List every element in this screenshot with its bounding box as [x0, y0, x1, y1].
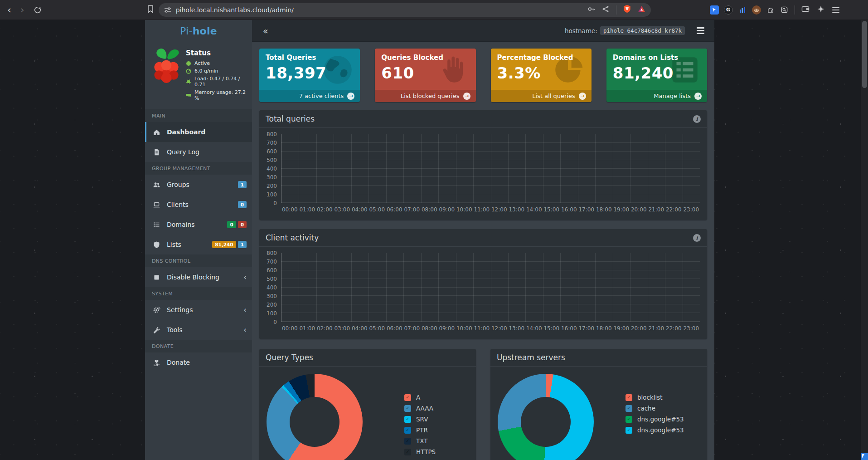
panel-header: Query Types	[259, 349, 476, 367]
sidebar-item-label: Query Log	[167, 148, 199, 156]
extension-icon-2[interactable]: G	[724, 5, 733, 15]
legend-item-a[interactable]: ✓ A	[404, 394, 436, 401]
reload-icon[interactable]	[34, 6, 42, 14]
site-settings-icon[interactable]	[164, 6, 171, 14]
main-area: « hostname: pihole-64c7846c8d-kr87k Tota…	[252, 20, 714, 460]
pihole-logo[interactable]: Pi-hole	[145, 20, 252, 42]
scrollbar-thumb[interactable]	[862, 21, 867, 88]
legend-item-cache[interactable]: ✓ cache	[626, 405, 684, 412]
x-axis: 00:0001:0002:0003:0004:0005:0006:0007:00…	[281, 203, 700, 213]
page-menu-icon[interactable]	[693, 25, 708, 36]
sidebar-item-query-log[interactable]: Query Log	[145, 142, 252, 162]
legend-checkbox[interactable]: ✓	[626, 416, 632, 423]
menu-section-main: MAIN	[145, 109, 252, 122]
legend-item-ptr[interactable]: ✓ PTR	[404, 426, 436, 434]
card-title: Domains on Lists	[606, 49, 707, 62]
sidebar-item-settings[interactable]: Settings ‹	[145, 300, 252, 320]
legend-checkbox[interactable]: ✓	[404, 427, 411, 434]
panel-query-types: Query Types ✓ A ✓ AAAA	[259, 349, 476, 460]
menu-section-dns-control: DNS CONTROL	[145, 254, 252, 267]
upstream-servers-donut[interactable]	[498, 374, 594, 460]
arrow-circle-icon: →	[579, 93, 586, 100]
sidebar-item-label: Tools	[167, 326, 183, 333]
forward-icon[interactable]: ›	[20, 5, 24, 15]
bookmark-icon[interactable]	[147, 5, 154, 15]
browser-menu-icon[interactable]	[832, 7, 839, 13]
card-footer-link[interactable]: List all queries →	[491, 90, 592, 102]
legend-label: A	[416, 394, 420, 401]
page-scrollbar[interactable]	[861, 20, 868, 460]
leo-ai-sparkle-icon[interactable]	[817, 5, 825, 15]
sidebar-item-tools[interactable]: Tools ‹	[145, 320, 252, 340]
legend-item-srv[interactable]: ✓ SRV	[404, 416, 436, 423]
legend-checkbox[interactable]: ✓	[404, 416, 411, 423]
legend-checkbox[interactable]: ✓	[404, 405, 411, 412]
card-footer-link[interactable]: Manage lists →	[606, 90, 707, 102]
back-icon[interactable]: ‹	[7, 5, 11, 15]
legend-label: cache	[637, 405, 655, 412]
status-load-row: Load: 0.47 / 0.74 / 0.71	[186, 76, 249, 88]
card-percentage-blocked: Percentage Blocked 3.3% List all queries…	[491, 49, 592, 102]
legend-label: dns.google#53	[637, 426, 684, 434]
gauge-icon	[186, 69, 191, 74]
card-footer-link[interactable]: 7 active clients →	[259, 90, 360, 102]
legend-checkbox[interactable]: ✓	[404, 438, 411, 445]
sidebar-item-donate[interactable]: Donate	[145, 352, 252, 372]
sidebar-item-domains[interactable]: Domains 0 0	[145, 215, 252, 235]
legend-checkbox[interactable]: ✓	[626, 405, 632, 412]
brave-shields-icon[interactable]	[623, 5, 631, 15]
chart-plot[interactable]	[281, 134, 700, 203]
card-footer-link[interactable]: List blocked queries →	[375, 90, 475, 102]
sidebar-item-dashboard[interactable]: Dashboard	[145, 122, 252, 142]
card-title: Queries Blocked	[375, 49, 475, 62]
brave-rewards-icon[interactable]	[638, 5, 645, 15]
menu-section-donate: DONATE	[145, 340, 252, 352]
wallet-icon[interactable]	[801, 5, 810, 15]
legend-item-txt[interactable]: ✓ TXT	[404, 437, 436, 445]
cpu-icon	[186, 79, 191, 84]
sidebar-menu: MAIN Dashboard Query Log GROUP MANAGEMEN…	[145, 109, 252, 372]
arrow-circle-icon: →	[463, 93, 470, 100]
password-key-icon[interactable]	[587, 5, 595, 15]
groups-count-badge: 1	[238, 181, 247, 188]
chevron-left-icon: ‹	[243, 274, 247, 281]
sidebar-item-label: Disable Blocking	[167, 274, 219, 281]
legend-checkbox[interactable]: ✓	[626, 394, 632, 401]
home-icon	[146, 128, 167, 136]
legend-item-https[interactable]: ✓ HTTPS	[404, 448, 436, 455]
query-types-donut[interactable]	[267, 374, 363, 460]
sidebar-item-lists[interactable]: Lists 81,240 1	[145, 235, 252, 254]
panel-title: Total queries	[266, 114, 315, 123]
search-box-icon[interactable]	[780, 5, 789, 15]
extension-icon-monkey[interactable]	[752, 5, 761, 15]
legend-item-dns-google-2[interactable]: ✓ dns.google#53	[626, 426, 684, 434]
sidebar-collapse-icon[interactable]: «	[263, 26, 268, 36]
donate-heart-icon	[146, 359, 167, 367]
query-types-body: ✓ A ✓ AAAA ✓ SRV	[259, 367, 476, 460]
sidebar-item-disable-blocking[interactable]: Disable Blocking ‹	[145, 267, 252, 287]
address-bar[interactable]: pihole.local.nishantlabs.cloud/admin/	[159, 3, 651, 17]
extension-icon-3[interactable]	[738, 5, 747, 15]
legend-item-aaaa[interactable]: ✓ AAAA	[404, 405, 436, 412]
url-text[interactable]: pihole.local.nishantlabs.cloud/admin/	[176, 6, 294, 14]
chart-plot[interactable]	[281, 253, 700, 322]
gear-icon	[146, 306, 167, 314]
status-load-label: Load: 0.47 / 0.74 / 0.71	[194, 76, 249, 88]
sidebar: Pi-hole Status Active	[145, 20, 252, 460]
info-icon[interactable]: i	[693, 234, 701, 242]
browser-toolbar: ‹ › pihole.local.nishantlabs.cloud/admin…	[0, 0, 868, 20]
sidebar-item-label: Donate	[167, 359, 190, 366]
extensions-puzzle-icon[interactable]	[766, 5, 775, 15]
legend-item-dns-google-1[interactable]: ✓ dns.google#53	[626, 416, 684, 423]
legend-checkbox[interactable]: ✓	[626, 427, 632, 434]
legend-checkbox[interactable]: ✓	[404, 394, 411, 401]
shield-icon	[146, 241, 167, 249]
legend-checkbox[interactable]: ✓	[404, 449, 411, 455]
arrow-circle-icon: →	[694, 93, 702, 100]
share-icon[interactable]	[602, 5, 609, 15]
info-icon[interactable]: i	[693, 115, 701, 123]
extension-icon-1[interactable]	[710, 5, 719, 15]
legend-item-blocklist[interactable]: ✓ blocklist	[626, 394, 684, 401]
sidebar-item-clients[interactable]: Clients 0	[145, 195, 252, 215]
sidebar-item-groups[interactable]: Groups 1	[145, 175, 252, 195]
